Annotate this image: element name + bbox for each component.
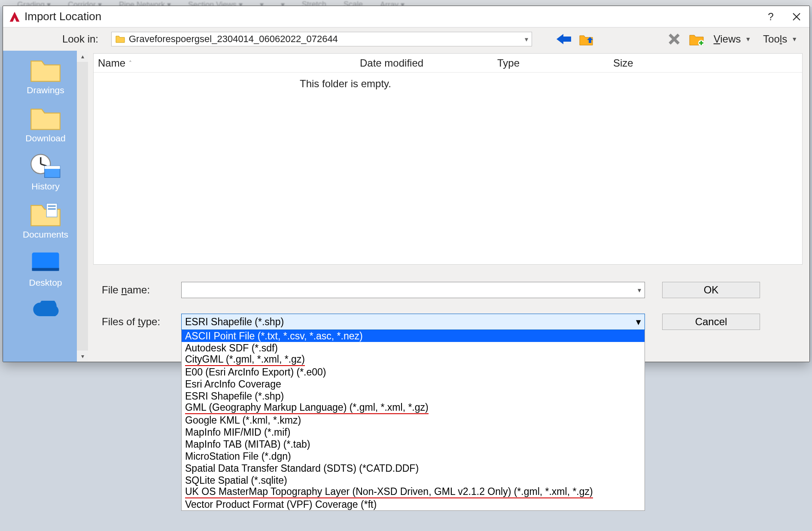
places-scrollbar[interactable]: ▴ ▾ xyxy=(77,51,88,362)
folder-icon xyxy=(115,34,125,44)
column-date-modified[interactable]: Date modified xyxy=(360,57,497,69)
file-type-option[interactable]: Spatial Data Transfer Standard (SDTS) (*… xyxy=(182,462,645,474)
file-type-option[interactable]: SQLite Spatial (*.sqlite) xyxy=(182,474,645,486)
chevron-down-icon: ▼ xyxy=(745,36,751,43)
svg-rect-15 xyxy=(48,208,56,210)
tools-menu-button[interactable]: Tools ▼ xyxy=(760,31,801,47)
places-item-label: Desktop xyxy=(29,278,62,288)
places-item-history[interactable]: History xyxy=(18,153,73,192)
places-item-label: Drawings xyxy=(27,85,64,95)
file-type-option[interactable]: UK OS MasterMap Topography Layer (Non-XS… xyxy=(182,486,645,498)
scroll-track[interactable] xyxy=(77,62,88,351)
column-headers[interactable]: Name ˄ Date modified Type Size xyxy=(94,54,802,73)
file-list[interactable]: Name ˄ Date modified Type Size This fold… xyxy=(93,53,803,265)
file-pane: Name ˄ Date modified Type Size This fold… xyxy=(88,51,809,362)
close-button[interactable] xyxy=(784,6,809,27)
new-folder-icon xyxy=(689,33,704,46)
file-type-option[interactable]: E00 (Esri ArcInfo Export) (*.e00) xyxy=(182,366,645,378)
files-of-type-combo[interactable]: ESRI Shapefile (*.shp) ▾ xyxy=(181,314,645,330)
empty-folder-message: This folder is empty. xyxy=(94,73,802,90)
look-in-path: Graveforespoergsel_2304014_06062022_0726… xyxy=(129,34,525,45)
column-size[interactable]: Size xyxy=(613,57,802,69)
column-type[interactable]: Type xyxy=(497,57,613,69)
cloud-icon xyxy=(30,297,61,323)
file-type-option[interactable]: GML (Geography Markup Language) (*.gml, … xyxy=(182,402,645,414)
back-button[interactable] xyxy=(555,31,572,48)
scroll-up-button[interactable]: ▴ xyxy=(77,51,88,62)
column-name[interactable]: Name ˄ xyxy=(98,57,360,69)
svg-marker-0 xyxy=(10,12,20,21)
dialog-toolbar: Look in: Graveforespoergsel_2304014_0606… xyxy=(3,27,809,51)
views-label: Views xyxy=(714,33,741,45)
dialog-title: Import Location xyxy=(24,10,758,23)
places-item-drawings[interactable]: Drawings xyxy=(18,57,73,95)
file-type-option[interactable]: Vector Product Format (VPF) Coverage (*f… xyxy=(182,498,645,510)
svg-marker-3 xyxy=(557,34,571,44)
folder-icon xyxy=(30,105,61,131)
files-of-type-label: Files of type: xyxy=(93,316,181,328)
places-item-label: History xyxy=(31,181,59,192)
look-in-label: Look in: xyxy=(3,33,106,45)
svg-rect-12 xyxy=(45,166,60,169)
history-icon xyxy=(30,153,61,179)
import-location-dialog: Import Location ? Look in: Graveforespoe… xyxy=(3,6,810,362)
dialog-title-bar: Import Location ? xyxy=(3,6,809,27)
file-type-option[interactable]: MapInfo MIF/MID (*.mif) xyxy=(182,426,645,438)
autocad-logo-icon xyxy=(9,11,20,22)
file-type-option[interactable]: ESRI Shapefile (*.shp) xyxy=(182,390,645,402)
places-item-documents[interactable]: Documents xyxy=(18,201,73,240)
ok-button[interactable]: OK xyxy=(662,282,760,298)
places-bar: DrawingsDownloadHistoryDocumentsDesktop … xyxy=(3,51,88,362)
desktop-icon xyxy=(30,249,61,275)
scroll-down-button[interactable]: ▾ xyxy=(77,351,88,362)
form-rows: File name: ▾ OK Files of type: ESRI Shap… xyxy=(93,265,803,345)
file-name-label: File name: xyxy=(93,284,181,296)
chevron-down-icon: ▾ xyxy=(636,316,641,328)
file-type-option[interactable]: ASCII Point File (*.txt, *.csv, *.asc, *… xyxy=(182,330,645,342)
new-folder-button[interactable] xyxy=(688,31,705,48)
places-item-label: Documents xyxy=(23,229,68,240)
chevron-down-icon: ▾ xyxy=(525,35,528,43)
files-of-type-row: Files of type: ESRI Shapefile (*.shp) ▾ … xyxy=(93,314,795,330)
delete-x-icon xyxy=(669,34,680,45)
cancel-button[interactable]: Cancel xyxy=(662,314,760,330)
sort-asc-icon: ˄ xyxy=(129,60,132,67)
file-type-option[interactable]: Esri ArcInfo Coverage xyxy=(182,378,645,390)
delete-button[interactable] xyxy=(666,31,683,48)
svg-rect-14 xyxy=(48,205,56,207)
tools-label: Tools xyxy=(763,33,787,45)
places-item-download[interactable]: Download xyxy=(18,105,73,143)
file-type-option[interactable]: MicroStation File (*.dgn) xyxy=(182,450,645,462)
views-menu-button[interactable]: Views ▼ xyxy=(710,31,754,47)
file-type-option[interactable]: CityGML (*.gml, *.xml, *.gz) xyxy=(182,354,645,366)
file-name-input[interactable]: ▾ xyxy=(181,282,645,298)
chevron-down-icon: ▼ xyxy=(791,36,797,43)
close-icon xyxy=(792,12,801,21)
back-arrow-icon xyxy=(557,33,571,45)
up-one-level-button[interactable] xyxy=(578,31,595,48)
file-type-option[interactable]: Autodesk SDF (*.sdf) xyxy=(182,342,645,354)
places-item-label: Download xyxy=(25,133,65,143)
places-item-desktop[interactable]: Desktop xyxy=(18,249,73,288)
chevron-down-icon: ▾ xyxy=(638,286,641,294)
file-type-option[interactable]: MapInfo TAB (MITAB) (*.tab) xyxy=(182,438,645,450)
docs-icon xyxy=(30,201,61,227)
file-type-option[interactable]: Google KML (*.kml, *.kmz) xyxy=(182,414,645,426)
svg-rect-17 xyxy=(32,268,59,271)
places-item-cloud[interactable] xyxy=(18,297,73,326)
folder-up-icon xyxy=(579,33,593,46)
file-name-row: File name: ▾ OK xyxy=(93,282,795,298)
files-of-type-dropdown[interactable]: ASCII Point File (*.txt, *.csv, *.asc, *… xyxy=(181,330,645,511)
folder-icon xyxy=(30,57,61,82)
look-in-combo[interactable]: Graveforespoergsel_2304014_06062022_0726… xyxy=(111,32,532,46)
help-button[interactable]: ? xyxy=(758,6,784,27)
dialog-body: DrawingsDownloadHistoryDocumentsDesktop … xyxy=(3,51,809,362)
